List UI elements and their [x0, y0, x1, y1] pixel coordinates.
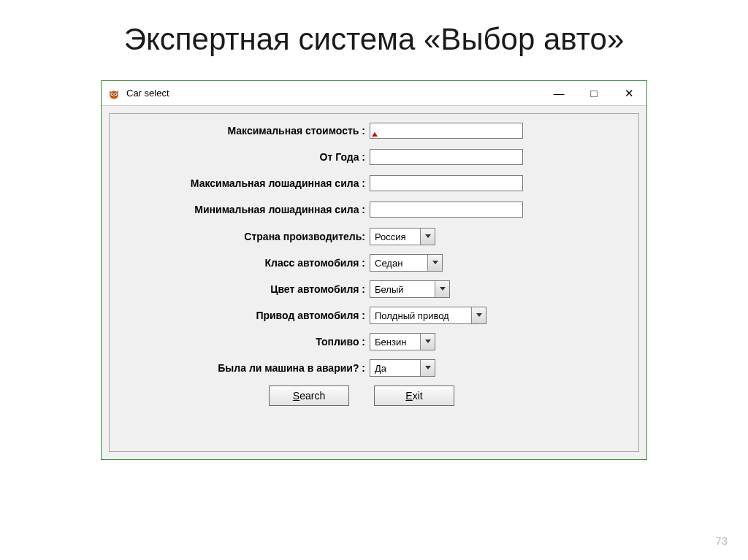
class-label: Класс автомобиля : [123, 257, 370, 269]
close-button[interactable]: ✕ [611, 81, 646, 105]
owl-icon [107, 87, 121, 100]
from-year-label: От Года : [123, 151, 370, 163]
drive-combo[interactable]: Полдный привод [370, 307, 486, 324]
max-price-label: Максимальная стоимость : [123, 125, 370, 137]
country-value: Россия [370, 229, 420, 245]
max-hp-input[interactable] [370, 175, 523, 191]
max-hp-label: Максимальная лошадинная сила : [123, 177, 370, 189]
chevron-down-icon[interactable] [435, 281, 449, 297]
fuel-value: Бензин [370, 334, 420, 350]
accident-value: Да [370, 360, 420, 376]
svg-point-3 [112, 93, 113, 95]
class-value: Седан [370, 255, 427, 271]
chevron-down-icon[interactable] [420, 334, 435, 350]
max-price-input[interactable] [370, 123, 523, 139]
window-control-buttons: — □ ✕ [541, 81, 646, 105]
drive-label: Привод автомобиля : [123, 310, 370, 321]
from-year-input[interactable] [370, 149, 523, 165]
exit-button[interactable]: Exit [374, 386, 454, 406]
window-title: Car select [126, 88, 169, 99]
chevron-down-icon[interactable] [420, 360, 435, 376]
accident-combo[interactable]: Да [370, 359, 435, 377]
min-hp-input[interactable] [370, 202, 523, 218]
fuel-combo[interactable]: Бензин [370, 333, 435, 350]
maximize-button[interactable]: □ [576, 81, 611, 105]
country-label: Страна производитель: [123, 231, 370, 242]
min-hp-label: Минимальная лошадинная сила : [123, 204, 370, 215]
color-label: Цвет автомобиля : [123, 283, 370, 295]
color-combo[interactable]: Белый [370, 280, 450, 298]
fuel-label: Топливо : [123, 336, 370, 348]
page-number: 73 [715, 534, 728, 547]
validation-caret-icon [372, 132, 378, 137]
titlebar: Car select — □ ✕ [102, 81, 646, 106]
chevron-down-icon[interactable] [427, 255, 442, 271]
accident-label: Была ли машина в аварии? : [123, 362, 370, 374]
form-panel: Максимальная стоимость : От Года : Макси… [109, 113, 639, 452]
drive-value: Полдный привод [370, 307, 471, 323]
app-window: Car select — □ ✕ Максимальная стоимость … [101, 80, 647, 460]
country-combo[interactable]: Россия [370, 228, 435, 245]
class-combo[interactable]: Седан [370, 254, 443, 272]
svg-point-4 [115, 93, 117, 95]
search-button[interactable]: Search [269, 386, 349, 406]
chevron-down-icon[interactable] [420, 229, 435, 245]
minimize-button[interactable]: — [541, 81, 576, 105]
color-value: Белый [370, 281, 435, 297]
chevron-down-icon[interactable] [471, 307, 486, 323]
slide-title: Экспертная система «Выбор авто» [0, 0, 748, 70]
